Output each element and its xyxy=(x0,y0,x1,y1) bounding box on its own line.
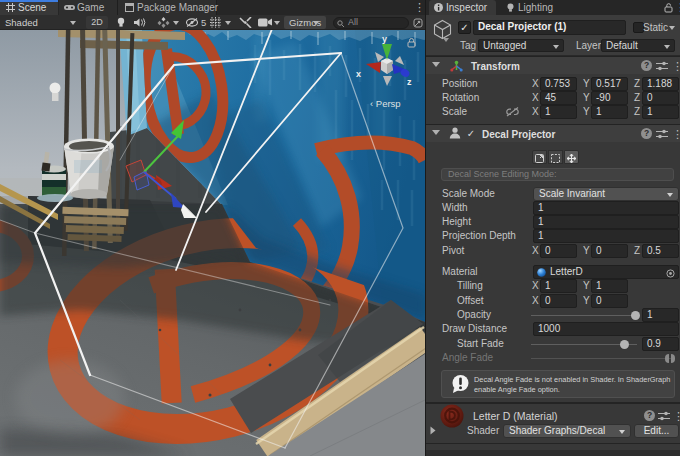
svg-text:y: y xyxy=(382,34,387,44)
svg-text:‹ Persp: ‹ Persp xyxy=(370,98,401,109)
svg-text:z: z xyxy=(407,77,412,87)
svg-text:x: x xyxy=(356,69,361,79)
